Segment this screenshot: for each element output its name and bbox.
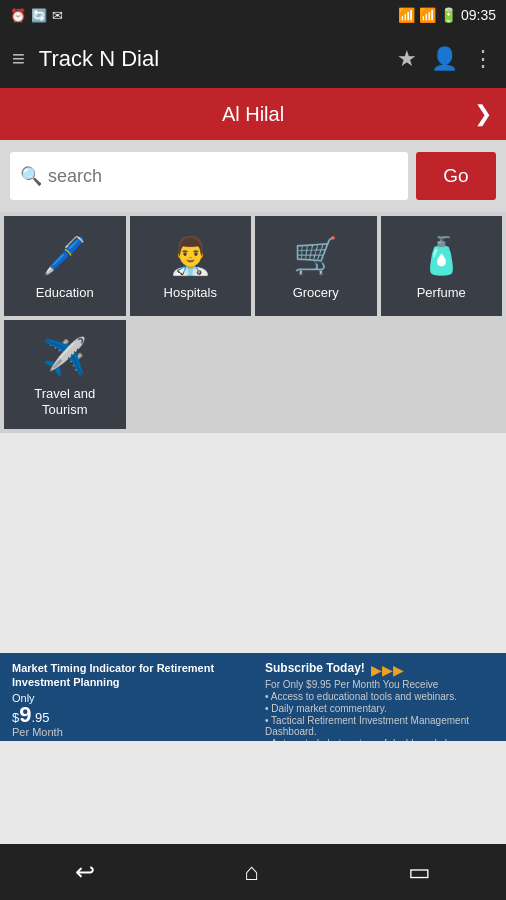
hospitals-icon: 👨‍⚕️ xyxy=(168,235,213,277)
app-title: Track N Dial xyxy=(39,46,383,72)
travel-label: Travel and Tourism xyxy=(12,386,118,417)
email-icon: ✉ xyxy=(52,8,63,23)
search-input-wrap: 🔍 xyxy=(10,152,408,200)
ad-right-section: Subscribe Today! ▶▶▶ For Only $9.95 Per … xyxy=(253,653,506,741)
ad-left-section: Market Timing Indicator for Retirement I… xyxy=(0,653,253,741)
go-button[interactable]: Go xyxy=(416,152,496,200)
account-icon[interactable]: 👤 xyxy=(431,46,458,72)
menu-icon[interactable]: ≡ xyxy=(12,46,25,72)
home-icon[interactable]: ⌂ xyxy=(244,858,259,886)
grocery-label: Grocery xyxy=(293,285,339,301)
status-right: 📶 📶 🔋 09:35 xyxy=(398,7,496,23)
alarm-icon: ⏰ xyxy=(10,8,26,23)
back-icon[interactable]: ↩ xyxy=(75,858,95,886)
ad-feature-4: • Automated alert system of dashboard ch… xyxy=(265,738,494,741)
chevron-down-icon: ❯ xyxy=(474,101,492,127)
app-bar: ≡ Track N Dial ★ 👤 ⋮ xyxy=(0,30,506,88)
ad-right-subtitle: For Only $9.95 Per Month You Receive xyxy=(265,679,494,690)
categories-grid-row2: ✈️ Travel and Tourism xyxy=(0,320,506,433)
ad-title: Market Timing Indicator for Retirement I… xyxy=(12,661,241,690)
categories-grid-row1: 🖊️ Education 👨‍⚕️ Hospitals 🛒 Grocery 🧴 … xyxy=(0,212,506,320)
hospitals-label: Hospitals xyxy=(164,285,217,301)
category-travel[interactable]: ✈️ Travel and Tourism xyxy=(4,320,126,429)
ad-feature-3: • Tactical Retirement Investment Managem… xyxy=(265,715,494,737)
grocery-icon: 🛒 xyxy=(293,235,338,277)
ad-price-symbol: $ xyxy=(12,710,19,725)
more-icon[interactable]: ⋮ xyxy=(472,46,494,72)
ad-feature-1: • Access to educational tools and webina… xyxy=(265,691,494,702)
ad-arrows-icon: ▶▶▶ xyxy=(371,662,404,678)
ad-feature-2: • Daily market commentary. xyxy=(265,703,494,714)
ad-price-cents: .95 xyxy=(31,710,49,725)
signal-icon: 📶 xyxy=(419,7,436,23)
battery-icon: 🔋 xyxy=(440,7,457,23)
search-input[interactable] xyxy=(48,166,398,187)
ad-subscribe-title: Subscribe Today! xyxy=(265,661,365,675)
education-label: Education xyxy=(36,285,94,301)
perfume-label: Perfume xyxy=(417,285,466,301)
sync-icon: 🔄 xyxy=(31,8,47,23)
time-display: 09:35 xyxy=(461,7,496,23)
category-education[interactable]: 🖊️ Education xyxy=(4,216,126,316)
category-hospitals[interactable]: 👨‍⚕️ Hospitals xyxy=(130,216,252,316)
wifi-icon: 📶 xyxy=(398,7,415,23)
recent-apps-icon[interactable]: ▭ xyxy=(408,858,431,886)
search-icon: 🔍 xyxy=(20,165,42,187)
category-perfume[interactable]: 🧴 Perfume xyxy=(381,216,503,316)
travel-icon: ✈️ xyxy=(42,336,87,378)
star-icon[interactable]: ★ xyxy=(397,46,417,72)
search-bar: 🔍 Go xyxy=(0,140,506,212)
perfume-icon: 🧴 xyxy=(419,235,464,277)
status-bar: ⏰ 🔄 ✉ 📶 📶 🔋 09:35 xyxy=(0,0,506,30)
ad-per-month: Per Month xyxy=(12,726,241,738)
ad-price-main: 9 xyxy=(19,704,31,726)
banner-title: Al Hilal xyxy=(222,103,284,126)
empty-content-area xyxy=(0,433,506,653)
ad-banner[interactable]: Market Timing Indicator for Retirement I… xyxy=(0,653,506,741)
category-grocery[interactable]: 🛒 Grocery xyxy=(255,216,377,316)
bottom-nav: ↩ ⌂ ▭ xyxy=(0,844,506,900)
education-icon: 🖊️ xyxy=(42,235,87,277)
al-hilal-banner[interactable]: Al Hilal ❯ xyxy=(0,88,506,140)
status-icons: ⏰ 🔄 ✉ xyxy=(10,8,63,23)
